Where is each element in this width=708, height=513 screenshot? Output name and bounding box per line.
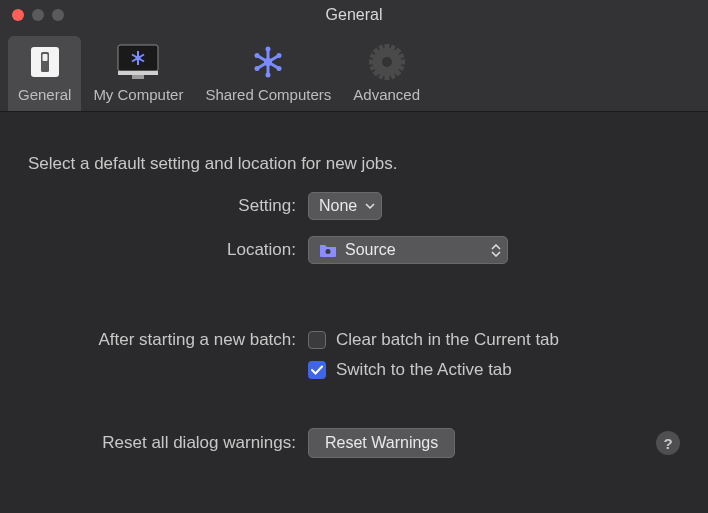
clear-batch-label: Clear batch in the Current tab: [336, 330, 559, 350]
switch-icon: [27, 42, 63, 82]
close-icon[interactable]: [12, 9, 24, 21]
setting-row: Setting: None: [28, 192, 680, 220]
tab-general[interactable]: General: [8, 36, 81, 111]
tab-shared-computers[interactable]: Shared Computers: [195, 36, 341, 111]
switch-tab-option[interactable]: Switch to the Active tab: [308, 360, 559, 380]
svg-point-19: [277, 53, 282, 58]
svg-rect-5: [132, 75, 144, 79]
tab-my-computer[interactable]: My Computer: [83, 36, 193, 111]
tab-advanced[interactable]: Advanced: [343, 36, 430, 111]
svg-rect-24: [399, 60, 405, 65]
help-icon[interactable]: ?: [656, 431, 680, 455]
svg-point-38: [326, 249, 331, 254]
svg-rect-2: [42, 54, 47, 61]
tab-label: Shared Computers: [205, 86, 331, 103]
chevron-down-icon: [365, 203, 375, 209]
setting-value: None: [319, 197, 357, 215]
setting-select[interactable]: None: [308, 192, 382, 220]
location-label: Location:: [28, 240, 308, 260]
titlebar: General: [0, 0, 708, 30]
batch-label: After starting a new batch:: [28, 330, 308, 350]
gear-icon: [369, 42, 405, 82]
checkbox-checked-icon: [308, 361, 326, 379]
setting-label: Setting:: [28, 196, 308, 216]
checkbox-unchecked-icon: [308, 331, 326, 349]
traffic-lights: [0, 9, 64, 21]
reset-warnings-button[interactable]: Reset Warnings: [308, 428, 455, 458]
maximize-icon[interactable]: [52, 9, 64, 21]
reset-label: Reset all dialog warnings:: [28, 433, 308, 453]
svg-point-17: [277, 66, 282, 71]
svg-point-18: [255, 66, 260, 71]
window-title: General: [0, 6, 708, 24]
monitor-icon: [114, 42, 162, 82]
switch-tab-label: Switch to the Active tab: [336, 360, 512, 380]
tab-label: My Computer: [93, 86, 183, 103]
reset-button-label: Reset Warnings: [325, 434, 438, 452]
svg-rect-22: [384, 74, 389, 80]
batch-section: After starting a new batch: Clear batch …: [28, 330, 680, 390]
intro-text: Select a default setting and location fo…: [28, 154, 680, 174]
reset-row: Reset all dialog warnings: Reset Warning…: [28, 428, 680, 458]
svg-point-14: [266, 47, 271, 52]
content-pane: Select a default setting and location fo…: [0, 112, 708, 478]
minimize-icon[interactable]: [32, 9, 44, 21]
svg-rect-23: [369, 60, 375, 65]
location-row: Location: Source: [28, 236, 680, 264]
folder-icon: [319, 243, 337, 257]
toolbar: General My Computer: [0, 30, 708, 112]
updown-icon: [491, 244, 501, 257]
location-select[interactable]: Source: [308, 236, 508, 264]
tab-label: Advanced: [353, 86, 420, 103]
svg-rect-4: [118, 71, 158, 75]
network-icon: [250, 42, 286, 82]
svg-point-16: [255, 53, 260, 58]
svg-point-15: [266, 73, 271, 78]
svg-rect-21: [384, 44, 389, 50]
clear-batch-option[interactable]: Clear batch in the Current tab: [308, 330, 559, 350]
svg-point-37: [382, 57, 392, 67]
tab-label: General: [18, 86, 71, 103]
location-value: Source: [345, 241, 396, 259]
